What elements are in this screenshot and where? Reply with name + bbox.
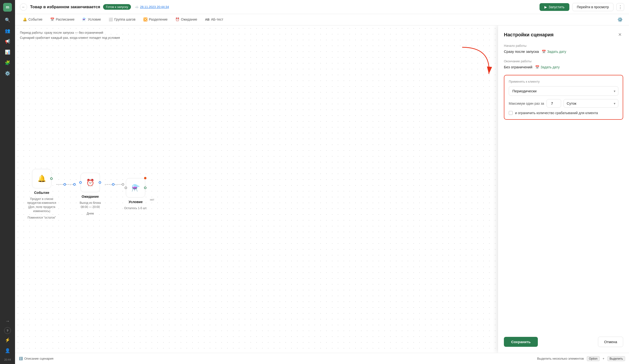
plus-sign: + <box>603 357 605 360</box>
select-key: Выделить <box>608 356 625 361</box>
sidebar-item-integrations[interactable]: 🧩 <box>3 58 12 67</box>
limit-checkbox[interactable] <box>509 111 513 115</box>
info-icon: ℹ️ <box>19 357 23 360</box>
tab-wait[interactable]: ⏰ Ожидание <box>171 14 201 25</box>
canvas-info: Период работы: сразу после запуска — без… <box>20 30 120 40</box>
play-icon: ▶ <box>544 5 547 9</box>
scenario-description[interactable]: ℹ️ Описание сценария <box>19 357 53 360</box>
node-wait-label: Ожидание <box>82 195 99 199</box>
sidebar-time: 20:44 <box>4 358 11 361</box>
node-condition[interactable]: ⚗️ нет Условие Осталось 1-5 шт. <box>124 178 147 210</box>
end-date-link[interactable]: 📅 Задать дату <box>535 65 560 69</box>
node-event[interactable]: 🔔 Событие Продукт в списке продуктов изм… <box>27 169 56 220</box>
calendar-icon-end: 📅 <box>535 65 539 69</box>
condition-icon: ⚗️ <box>82 17 86 21</box>
checkbox-label: и ограничить количество срабатываний для… <box>515 111 598 115</box>
tab-ab-test[interactable]: АВ АБ-тест <box>201 14 227 25</box>
node-wait-box[interactable]: ⏰ <box>81 173 100 192</box>
cloud-icon: ☁️ <box>135 5 139 9</box>
start-label: Начало работы <box>504 44 623 47</box>
save-button[interactable]: Сохранить <box>504 337 538 347</box>
node-condition-right-dot <box>144 187 147 189</box>
tab-event[interactable]: 🔔 Событие <box>19 14 46 25</box>
start-value: Сразу после запуска <box>504 49 539 54</box>
sidebar-item-settings[interactable]: ⚙️ <box>3 69 12 78</box>
tab-condition[interactable]: ⚗️ Условие <box>78 14 105 25</box>
panel-start-section: Начало работы Сразу после запуска 📅 Зада… <box>504 44 623 54</box>
nav-settings-icon[interactable]: ⚙️ <box>615 14 625 25</box>
cancel-button[interactable]: Отмена <box>598 337 623 347</box>
checkbox-row: и ограничить количество срабатываний для… <box>509 111 618 115</box>
unit-select[interactable]: Суток Часов Минут Дней <box>564 99 618 108</box>
back-button[interactable]: ← <box>20 3 27 11</box>
more-options-button[interactable]: ⋮ <box>616 3 624 11</box>
split-icon: 🔀 <box>143 17 148 21</box>
node-wait-left-dot <box>79 181 82 184</box>
event-icon: 🔔 <box>23 17 27 21</box>
node-wait-right-dot <box>99 181 101 184</box>
sidebar-item-help[interactable]: ? <box>4 327 11 334</box>
apply-dropdown[interactable]: Периодически Однократно Всегда <box>509 86 618 96</box>
node-event-desc1: Продукт в списке продуктов изменился (До… <box>27 197 56 213</box>
ab-icon: АВ <box>205 18 209 21</box>
bottom-bar: ℹ️ Описание сценария Выделить несколько … <box>15 353 629 364</box>
run-button[interactable]: ▶ Запустить <box>540 3 569 11</box>
preview-button[interactable]: Перейти в просмотр <box>572 3 614 11</box>
node-event-box[interactable]: 🔔 <box>32 169 51 188</box>
tab-split[interactable]: 🔀 Разделение <box>140 14 171 25</box>
node-event-icon: 🔔 <box>38 174 46 182</box>
panel-end-section: Окончание работы Без ограничений 📅 Задат… <box>504 59 623 69</box>
node-condition-desc1: Осталось 1-5 шт. <box>124 206 147 210</box>
sidebar-logo[interactable]: m <box>3 3 12 12</box>
max-number-input[interactable] <box>547 99 561 108</box>
sidebar-item-campaigns[interactable]: 📢 <box>3 37 12 46</box>
settings-panel: Настройки сценария ✕ Начало работы Сразу… <box>498 25 629 353</box>
step-group-icon: ⬜ <box>109 17 113 21</box>
nav-tabs: 🔔 Событие 📅 Расписание ⚗️ Условие ⬜ Груп… <box>15 14 629 25</box>
start-date-link[interactable]: 📅 Задать дату <box>542 50 566 54</box>
wait-icon: ⏰ <box>175 17 179 21</box>
main-area: ← Товар в избранном заканчивается Готов … <box>15 0 629 364</box>
sidebar-item-lightning[interactable]: ⚡ <box>3 335 12 345</box>
select-label: Выделить несколько элементов <box>537 357 584 360</box>
node-wait[interactable]: ⏰ Ожидание Выход из блока 08:00 — 20:00 … <box>76 173 105 216</box>
sidebar-item-search[interactable]: 🔍 <box>3 15 12 25</box>
apply-dropdown-wrapper: Периодически Однократно Всегда ▾ <box>509 86 618 96</box>
apply-section: Применять к клиенту Периодически Однокра… <box>504 75 623 120</box>
sidebar: m 🔍 👥 📢 📊 🧩 ⚙️ → ? ⚡ 👤 20:44 <box>0 0 15 364</box>
sidebar-item-goto[interactable]: → <box>3 317 12 326</box>
schedule-icon: 📅 <box>50 17 54 21</box>
apply-label: Применять к клиенту <box>509 80 618 83</box>
start-row: Сразу после запуска 📅 Задать дату <box>504 49 623 54</box>
sidebar-item-profile[interactable]: 👤 <box>3 346 12 355</box>
condition-no-label: нет <box>150 198 154 201</box>
end-label: Окончание работы <box>504 59 623 63</box>
node-condition-label: Условие <box>129 200 143 204</box>
panel-title: Настройки сценария <box>504 32 554 38</box>
end-row: Без ограничений 📅 Задать дату <box>504 65 623 69</box>
option-key: Option <box>587 356 600 361</box>
nodes-container: 🔔 Событие Продукт в списке продуктов изм… <box>27 169 147 220</box>
sync-info: ☁️ 28.11.2023 20:44:34 <box>135 5 169 9</box>
sync-date: 28.11.2023 20:44:34 <box>140 5 169 9</box>
node-wait-desc1: Выход из блока 08:00 — 20:00 <box>76 201 105 209</box>
end-value: Без ограничений <box>504 65 532 69</box>
calendar-icon-start: 📅 <box>542 50 546 54</box>
page-title: Товар в избранном заканчивается <box>30 4 100 9</box>
node-event-right-dot <box>50 177 53 180</box>
node-event-desc2: Поменялся "остаток" <box>28 216 56 220</box>
sidebar-item-users[interactable]: 👥 <box>3 26 12 35</box>
node-condition-left-dot <box>125 187 127 189</box>
sidebar-item-analytics[interactable]: 📊 <box>3 47 12 57</box>
node-condition-box[interactable]: ⚗️ <box>126 178 145 198</box>
node-condition-no-dot <box>144 176 147 180</box>
panel-close-button[interactable]: ✕ <box>616 31 623 38</box>
node-wait-icon: ⏰ <box>86 179 95 187</box>
tab-schedule[interactable]: 📅 Расписание <box>46 14 78 25</box>
panel-header: Настройки сценария ✕ <box>504 31 623 38</box>
node-event-label: Событие <box>34 191 49 195</box>
status-badge: Готов к запуску <box>103 4 131 10</box>
max-label: Максимум один раз за <box>509 102 544 106</box>
tab-step-group[interactable]: ⬜ Группа шагов <box>105 14 139 25</box>
max-row: Максимум один раз за Суток Часов Минут Д… <box>509 99 618 108</box>
